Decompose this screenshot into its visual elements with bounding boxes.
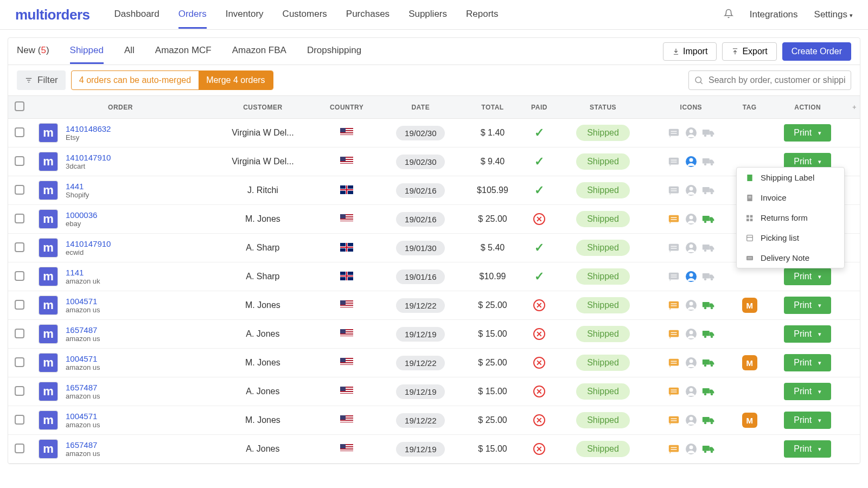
print-button[interactable]: Print▾ (784, 383, 831, 400)
row-checkbox[interactable] (15, 415, 24, 425)
note-icon[interactable] (667, 271, 680, 282)
print-button[interactable]: Print▾ (784, 412, 831, 429)
order-number-link[interactable]: 1441 (66, 182, 89, 191)
truck-icon[interactable] (702, 299, 715, 311)
dropdown-item[interactable]: Delivery Note (737, 248, 844, 268)
tab-amazon-mcf[interactable]: Amazon MCF (155, 38, 212, 64)
order-number-link[interactable]: 1657487 (66, 383, 100, 392)
nav-suppliers[interactable]: Suppliers (409, 1, 447, 29)
tab-dropshipping[interactable]: Dropshipping (307, 38, 361, 64)
person-icon[interactable] (685, 299, 698, 311)
nav-orders[interactable]: Orders (178, 1, 207, 29)
print-button[interactable]: Print▾ (784, 325, 831, 343)
tag-badge[interactable]: M (742, 355, 757, 370)
dropdown-item[interactable]: Returns form (737, 208, 844, 228)
note-icon[interactable] (667, 242, 680, 254)
note-icon[interactable] (667, 414, 680, 426)
print-button[interactable]: Print▾ (784, 124, 831, 142)
row-checkbox[interactable] (15, 156, 24, 166)
dropdown-item[interactable]: Picking list (737, 228, 844, 248)
nav-reports[interactable]: Reports (466, 1, 499, 29)
select-all-checkbox[interactable] (15, 101, 24, 111)
merge-button[interactable]: Merge 4 orders (199, 71, 273, 89)
row-checkbox[interactable] (15, 185, 24, 195)
note-icon[interactable] (667, 184, 680, 196)
person-icon[interactable] (685, 443, 698, 455)
note-icon[interactable] (667, 127, 680, 139)
nav-customers[interactable]: Customers (283, 1, 327, 29)
truck-icon[interactable] (702, 414, 715, 426)
person-icon[interactable] (685, 127, 698, 139)
add-column-button[interactable]: + (849, 96, 860, 119)
row-checkbox[interactable] (15, 444, 24, 453)
order-number-link[interactable]: 1141 (66, 268, 100, 277)
truck-icon[interactable] (702, 443, 715, 455)
truck-icon[interactable] (702, 357, 715, 369)
row-checkbox[interactable] (15, 127, 24, 137)
col-country[interactable]: COUNTRY (316, 96, 378, 119)
col-status[interactable]: STATUS (557, 96, 649, 119)
nav-purchases[interactable]: Purchases (346, 1, 390, 29)
row-checkbox[interactable] (15, 242, 24, 252)
nav-settings[interactable]: Settings▾ (814, 9, 853, 20)
nav-inventory[interactable]: Inventory (226, 1, 264, 29)
order-number-link[interactable]: 1410147910 (66, 153, 111, 162)
row-checkbox[interactable] (15, 300, 24, 310)
person-icon[interactable] (685, 184, 698, 196)
col-date[interactable]: DATE (378, 96, 463, 119)
truck-icon[interactable] (702, 127, 715, 139)
export-button[interactable]: Export (722, 42, 776, 61)
row-checkbox[interactable] (15, 357, 24, 367)
order-number-link[interactable]: 1657487 (66, 440, 100, 450)
dropdown-item[interactable]: Invoice (737, 188, 844, 208)
dropdown-item[interactable]: Shipping Label (737, 168, 844, 188)
col-action[interactable]: ACTION (767, 96, 849, 119)
person-icon[interactable] (685, 386, 698, 397)
tab-new[interactable]: New (5) (17, 38, 49, 64)
col-total[interactable]: TOTAL (463, 96, 522, 119)
col-icons[interactable]: ICONS (649, 96, 733, 119)
print-button[interactable]: Print▾ (784, 268, 831, 285)
truck-icon[interactable] (702, 242, 715, 254)
col-paid[interactable]: PAID (522, 96, 557, 119)
nav-dashboard[interactable]: Dashboard (114, 1, 159, 29)
import-button[interactable]: Import (663, 42, 717, 61)
note-icon[interactable] (667, 328, 680, 340)
tag-badge[interactable]: M (742, 298, 757, 313)
note-icon[interactable] (667, 213, 680, 225)
col-tag[interactable]: TAG (733, 96, 767, 119)
row-checkbox[interactable] (15, 386, 24, 396)
person-icon[interactable] (685, 414, 698, 426)
order-number-link[interactable]: 1004571 (66, 297, 100, 306)
tab-shipped[interactable]: Shipped (70, 38, 104, 64)
row-checkbox[interactable] (15, 271, 24, 281)
note-icon[interactable] (667, 156, 680, 168)
col-order[interactable]: ORDER (31, 96, 210, 119)
truck-icon[interactable] (702, 184, 715, 196)
order-number-link[interactable]: 1410147910 (66, 239, 111, 248)
order-number-link[interactable]: 1004571 (66, 354, 100, 363)
person-icon[interactable] (685, 357, 698, 369)
person-icon[interactable] (685, 213, 698, 225)
note-icon[interactable] (667, 357, 680, 369)
person-icon[interactable] (685, 156, 698, 168)
order-number-link[interactable]: 1657487 (66, 325, 100, 335)
nav-integrations[interactable]: Integrations (750, 9, 798, 20)
truck-icon[interactable] (702, 271, 715, 282)
note-icon[interactable] (667, 443, 680, 455)
row-checkbox[interactable] (15, 214, 24, 223)
tab-all[interactable]: All (124, 38, 135, 64)
person-icon[interactable] (685, 328, 698, 340)
truck-icon[interactable] (702, 156, 715, 168)
truck-icon[interactable] (702, 386, 715, 397)
note-icon[interactable] (667, 386, 680, 397)
person-icon[interactable] (685, 242, 698, 254)
order-number-link[interactable]: 1410148632 (66, 124, 111, 133)
truck-icon[interactable] (702, 213, 715, 225)
tag-badge[interactable]: M (742, 413, 757, 428)
order-number-link[interactable]: 1004571 (66, 412, 100, 421)
tab-amazon-fba[interactable]: Amazon FBA (232, 38, 286, 64)
truck-icon[interactable] (702, 328, 715, 340)
search-input[interactable] (688, 70, 851, 90)
filter-button[interactable]: Filter (17, 70, 66, 90)
